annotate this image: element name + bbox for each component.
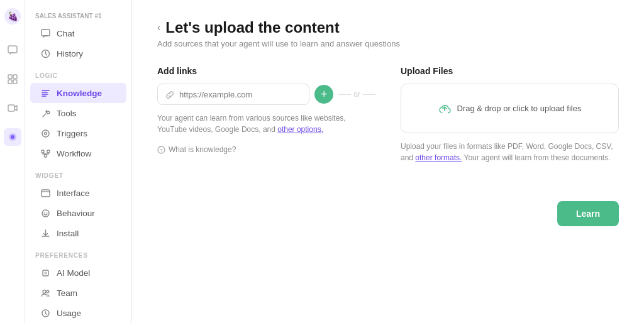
page-subtitle: Add sources that your agent will use to … (157, 39, 619, 48)
sidebar-item-team[interactable]: Team (30, 283, 126, 303)
svg-rect-2 (8, 46, 17, 53)
sidebar-item-interface[interactable]: Interface (30, 183, 126, 203)
usage-icon (40, 308, 50, 318)
other-formats-link[interactable]: other formats. (415, 153, 462, 162)
learn-btn-row: Learn (157, 201, 619, 226)
svg-rect-3 (8, 75, 12, 79)
app-logo: 🍇 (4, 8, 21, 25)
svg-rect-16 (44, 155, 47, 157)
iconbar-video[interactable] (4, 99, 21, 117)
svg-rect-4 (13, 75, 17, 79)
iconbar-active[interactable] (4, 128, 21, 146)
svg-point-19 (43, 212, 45, 213)
link-icon (165, 89, 174, 99)
iconbar-grid[interactable] (4, 70, 21, 88)
sidebar-item-chat[interactable]: Chat (30, 23, 126, 43)
svg-text:?: ? (160, 148, 163, 153)
section-widget-label: WIDGET (25, 163, 131, 183)
sidebar-item-behaviour[interactable]: Behaviour (30, 203, 126, 223)
svg-point-13 (44, 132, 47, 134)
page-title: Let's upload the content (165, 19, 339, 36)
app-title-label: SALES ASSISTANT #1 (25, 8, 131, 23)
upload-label: Drag & drop or click to upload files (457, 104, 582, 113)
knowledge-label: Knowledge (57, 89, 102, 98)
upload-dropzone[interactable]: Drag & drop or click to upload files (401, 84, 619, 133)
svg-point-12 (42, 130, 49, 137)
upload-desc: Upload your files in formats like PDF, W… (401, 141, 619, 163)
svg-point-24 (47, 290, 49, 293)
sidebar-item-install[interactable]: Install (30, 223, 126, 243)
svg-rect-15 (47, 150, 50, 153)
other-options-link[interactable]: other options. (277, 125, 323, 134)
svg-rect-5 (8, 80, 12, 84)
team-icon (40, 288, 50, 298)
upload-files-title: Upload Files (401, 66, 619, 76)
add-links-row: + or (157, 84, 375, 105)
behaviour-icon (40, 208, 50, 218)
agent-learn-text: Your agent can learn from various source… (157, 112, 375, 135)
workflow-icon (40, 148, 50, 158)
what-is-knowledge-button[interactable]: ? What is knowledge? (157, 145, 375, 154)
tools-label: Tools (57, 109, 77, 118)
tools-icon (40, 108, 50, 118)
svg-point-9 (11, 135, 14, 139)
sidebar-item-usage[interactable]: Usage (30, 303, 126, 323)
sidebar-item-knowledge[interactable]: Knowledge (30, 83, 126, 103)
section-preferences-label: PREFERENCES (25, 243, 131, 263)
ai-model-label: AI Model (57, 268, 90, 278)
behaviour-label: Behaviour (57, 209, 95, 218)
add-link-button[interactable]: + (314, 85, 333, 104)
svg-point-20 (46, 212, 47, 213)
sidebar-item-triggers[interactable]: Triggers (30, 123, 126, 143)
triggers-icon (40, 128, 50, 138)
svg-rect-6 (13, 80, 17, 84)
link-input-wrap[interactable] (157, 84, 309, 105)
history-icon (40, 48, 50, 58)
add-links-title: Add links (157, 66, 375, 76)
sidebar-item-history[interactable]: History (30, 43, 126, 63)
usage-label: Usage (57, 309, 81, 318)
learn-button[interactable]: Learn (557, 201, 619, 226)
interface-icon (40, 188, 50, 198)
team-label: Team (57, 288, 77, 298)
install-label: Install (57, 229, 79, 238)
install-icon (40, 228, 50, 238)
section-logic-label: LOGIC (25, 63, 131, 83)
content-grid: Add links + or (157, 66, 619, 226)
history-label: History (57, 49, 83, 58)
upload-cloud-icon (438, 102, 451, 115)
sidebar-item-workflow[interactable]: Workflow (30, 143, 126, 163)
svg-rect-17 (42, 190, 50, 197)
icon-bar: 🍇 (0, 0, 25, 323)
back-row: ‹ Let's upload the content (157, 19, 619, 36)
svg-rect-7 (8, 105, 14, 111)
iconbar-chat[interactable] (4, 41, 21, 59)
svg-rect-10 (42, 30, 50, 36)
triggers-label: Triggers (57, 129, 87, 138)
svg-text:🍇: 🍇 (7, 11, 18, 22)
or-divider: or (338, 90, 375, 99)
interface-label: Interface (57, 189, 90, 198)
knowledge-icon (40, 88, 50, 98)
main-content: ‹ Let's upload the content Add sources t… (132, 0, 644, 323)
chat-label: Chat (57, 29, 75, 38)
svg-rect-14 (42, 150, 44, 153)
link-input[interactable] (179, 90, 301, 99)
workflow-label: Workflow (57, 149, 91, 158)
upload-files-section: Upload Files Drag & drop or click to upl… (401, 66, 619, 163)
sidebar: SALES ASSISTANT #1 Chat History LOGIC Kn (25, 0, 132, 323)
back-arrow-icon[interactable]: ‹ (157, 22, 160, 33)
add-links-section: Add links + or (157, 66, 375, 154)
sidebar-item-ai-model[interactable]: AI Model (30, 263, 126, 283)
svg-rect-22 (44, 271, 47, 274)
sidebar-item-tools[interactable]: Tools (30, 103, 126, 123)
svg-point-18 (42, 210, 49, 217)
chat-icon (40, 28, 50, 38)
ai-model-icon (40, 268, 50, 278)
svg-point-23 (43, 290, 46, 293)
